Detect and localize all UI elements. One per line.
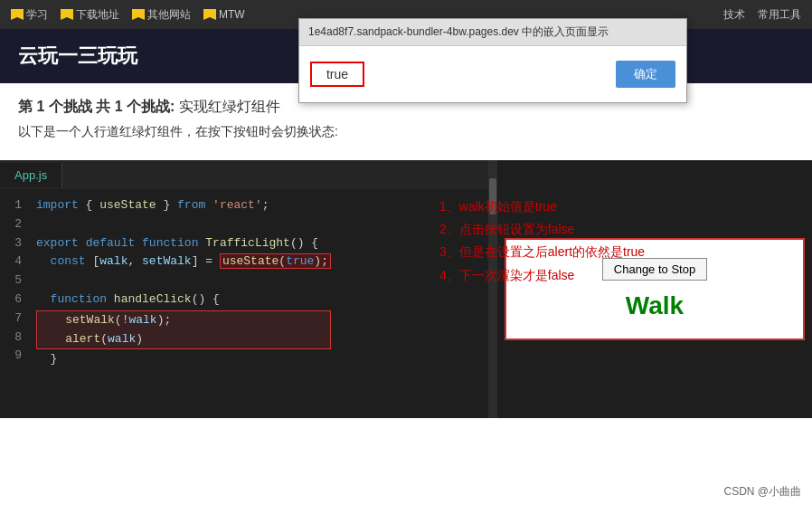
alert-body: true 确定	[299, 46, 686, 102]
alert-value: true	[310, 62, 364, 87]
alert-ok-button[interactable]: 确定	[616, 61, 675, 88]
alert-overlay: 1e4ad8f7.sandpack-bundler-4bw.pages.dev …	[0, 0, 812, 505]
alert-title: 1e4ad8f7.sandpack-bundler-4bw.pages.dev …	[299, 19, 686, 46]
alert-dialog: 1e4ad8f7.sandpack-bundler-4bw.pages.dev …	[298, 18, 687, 103]
